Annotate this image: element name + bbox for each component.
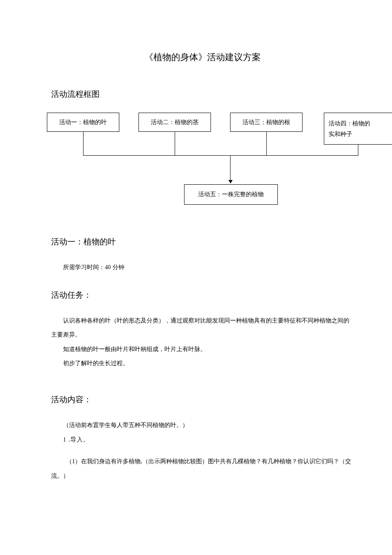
flow-box-4-line2: 实和种子 (329, 129, 352, 139)
flow-line (83, 155, 358, 156)
flow-line (175, 132, 175, 155)
flow-box-activity-1: 活动一：植物的叶 (47, 113, 119, 132)
task-paragraph-3: 初步了解叶的生长过程。 (51, 356, 354, 371)
flow-box-4-line1: 活动四：植物的 (329, 118, 370, 129)
task-heading: 活动任务： (51, 290, 354, 301)
activity-1-heading: 活动一：植物的叶 (51, 236, 354, 247)
study-time-label: 所需学习时间：40 分钟 (51, 260, 354, 275)
flow-line (266, 132, 267, 155)
flow-line (83, 132, 84, 155)
content-item-1: 1 .导入。 (51, 433, 354, 447)
document-title: 《植物的身体》活动建议方案 (51, 51, 354, 63)
flow-box-activity-4: 活动四：植物的 实和种子 (324, 113, 392, 145)
content-item-1-sub: （1）在我们身边有许多植物,（出示两种植物比较图）图中共有几棵植物？有几种植物？… (51, 454, 354, 483)
flow-box-activity-3: 活动三：植物的根 (230, 113, 303, 132)
arrow-down-icon (228, 180, 233, 183)
content-heading: 活动内容： (51, 394, 354, 405)
content-pre-note: （活动前布置学生每人带五种不同植物的叶。） (51, 418, 354, 433)
flowchart-diagram: 活动一：植物的叶 活动二：植物的茎 活动三：植物的根 活动四：植物的 实和种子 … (47, 113, 392, 224)
flow-line (358, 145, 358, 155)
task-paragraph-1: 认识各种各样的叶（叶的形态及分类），通过观察对比能发现同一种植物具有的主要特征和… (51, 314, 354, 342)
flow-box-activity-5: 活动五：一株完整的植物 (184, 184, 278, 205)
flowchart-heading: 活动流程框图 (51, 89, 354, 100)
flow-box-activity-2: 活动二：植物的茎 (138, 113, 211, 132)
flow-line (230, 155, 231, 181)
task-paragraph-2: 知道植物的叶一般由叶片和叶柄组成，叶片上有叶脉。 (51, 342, 354, 357)
